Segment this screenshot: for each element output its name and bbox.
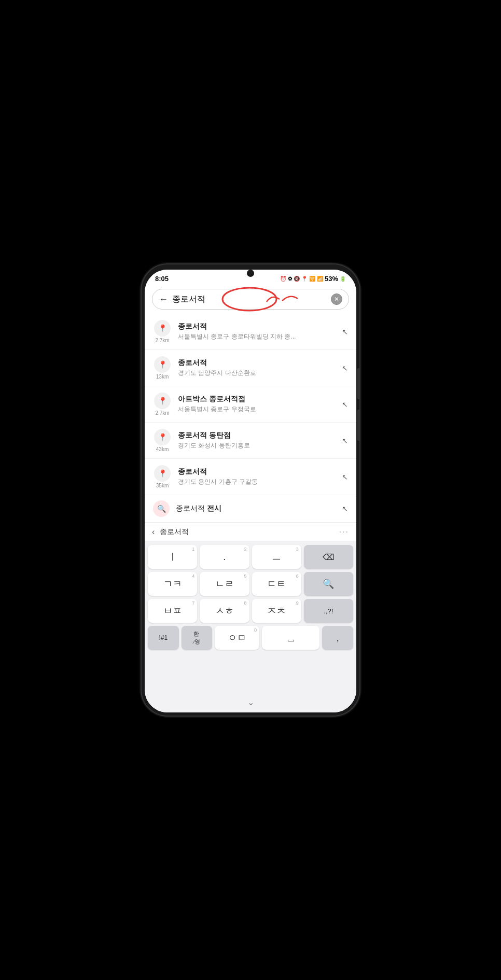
result-content: 종로서적 서울특별시 종로구 종로타워빌딩 지하 종... xyxy=(178,322,336,341)
result-distance: 2.7km xyxy=(155,410,169,416)
result-item[interactable]: 📍 2.7km 아트박스 종로서적점 서울특별시 종로구 우정국로 ↖ xyxy=(145,386,356,423)
result-item[interactable]: 📍 2.7km 종로서적 서울특별시 종로구 종로타워빌딩 지하 종... ↖ xyxy=(145,314,356,350)
search-clear-button[interactable]: ✕ xyxy=(331,293,342,305)
wifi-icon: 🛜 xyxy=(309,276,315,282)
result-arrow-icon: ↖ xyxy=(342,473,348,481)
result-name: 종로서적 xyxy=(178,467,336,477)
key-label: . xyxy=(223,552,226,563)
key-bp[interactable]: 7 ㅂㅍ xyxy=(148,599,197,623)
keyboard-more-icon[interactable]: ··· xyxy=(339,527,349,537)
key-backspace[interactable]: ⌫ xyxy=(304,545,353,569)
back-button[interactable]: ← xyxy=(159,294,168,305)
alarm-icon: ⏰ xyxy=(280,276,286,282)
key-comma[interactable]: , xyxy=(322,626,353,650)
keyboard-bottom: ⌄ xyxy=(145,694,356,712)
result-distance: 13km xyxy=(156,374,169,380)
keyboard-query-text: 종로서적 xyxy=(160,527,333,537)
pin-circle: 📍 xyxy=(154,320,171,337)
result-item[interactable]: 📍 35km 종로서적 경기도 용인시 기흥구 구갈동 ↖ xyxy=(145,459,356,495)
key-search[interactable]: 🔍 xyxy=(304,572,353,596)
key-dt[interactable]: 6 ㄷㅌ xyxy=(252,572,301,596)
result-icon: 📍 35km xyxy=(153,465,172,488)
suggestion-arrow-icon: ↖ xyxy=(342,505,348,513)
status-time: 8:05 xyxy=(155,275,169,283)
keyboard-row-1: 1 ㅣ 2 . 3 ㅡ ⌫ xyxy=(148,545,353,569)
result-arrow-icon: ↖ xyxy=(342,437,348,445)
result-arrow-icon: ↖ xyxy=(342,328,348,336)
pin-circle: 📍 xyxy=(154,393,171,409)
symbol-key-label: !#1 xyxy=(159,634,168,641)
lang-key-label: 한⁄영 xyxy=(193,630,200,646)
camera-notch xyxy=(247,270,254,277)
key-lang[interactable]: 한⁄영 xyxy=(182,626,213,650)
result-item[interactable]: 📍 43km 종로서적 동탄점 경기도 화성시 동탄기흥로 ↖ xyxy=(145,423,356,459)
key-label: ㄷㅌ xyxy=(267,578,286,590)
hide-keyboard-button[interactable]: ⌄ xyxy=(247,697,254,707)
punctuation-label: .,?! xyxy=(324,607,333,615)
key-label: ㅅㅎ xyxy=(215,605,234,617)
key-num: 2 xyxy=(244,547,246,552)
key-num: 6 xyxy=(296,573,299,579)
bluetooth-icon: ✿ xyxy=(288,276,292,282)
result-distance: 2.7km xyxy=(155,338,169,343)
key-num: 5 xyxy=(244,573,246,579)
battery-percent: 53% xyxy=(325,275,338,283)
result-distance: 43km xyxy=(156,446,169,452)
keyboard-back-icon[interactable]: ‹ xyxy=(152,527,155,537)
result-content: 종로서적 경기도 남양주시 다산순환로 xyxy=(178,358,336,377)
suggestion-text-bold: 전시 xyxy=(207,504,221,512)
space-icon: ⎵ xyxy=(288,632,294,644)
key-symbol[interactable]: !#1 xyxy=(148,626,179,650)
key-num: 8 xyxy=(244,600,246,606)
key-gk[interactable]: 4 ㄱㅋ xyxy=(148,572,197,596)
pin-circle: 📍 xyxy=(154,429,171,445)
key-sh[interactable]: 8 ㅅㅎ xyxy=(200,599,249,623)
result-name: 종로서적 동탄점 xyxy=(178,431,336,440)
key-nr[interactable]: 5 ㄴㄹ xyxy=(200,572,249,596)
result-name-bold: 동탄점 xyxy=(209,431,231,439)
key-punctuation[interactable]: .,?! xyxy=(304,599,353,623)
phone-frame: 8:05 ⏰ ✿ 🔇 📍 🛜 📶 53% 🔋 ← 종로서적 xyxy=(142,264,359,716)
key-om[interactable]: 0 ㅇㅁ xyxy=(215,626,259,650)
location-pin-icon: 📍 xyxy=(158,397,167,405)
search-bar-container: ← 종로서적 ✕ xyxy=(145,285,356,314)
result-distance: 35km xyxy=(156,483,169,488)
result-name: 아트박스 종로서적점 xyxy=(178,395,336,404)
backspace-icon: ⌫ xyxy=(323,552,335,562)
clear-icon: ✕ xyxy=(334,296,339,303)
pin-circle: 📍 xyxy=(154,356,171,373)
result-address: 경기도 용인시 기흥구 구갈동 xyxy=(178,478,336,486)
result-icon: 📍 43km xyxy=(153,429,172,452)
comma-label: , xyxy=(337,633,339,643)
keyboard-section: ‹ 종로서적 ··· 1 ㅣ 2 . 3 xyxy=(145,523,356,712)
battery-icon: 🔋 xyxy=(340,276,346,282)
result-icon: 📍 13km xyxy=(153,356,172,380)
key-eu[interactable]: 3 ㅡ xyxy=(252,545,301,569)
location-pin-icon: 📍 xyxy=(158,469,167,478)
result-arrow-icon: ↖ xyxy=(342,364,348,372)
key-label: ㅡ xyxy=(272,551,281,563)
key-label: ㅂㅍ xyxy=(163,605,182,617)
result-content: 종로서적 동탄점 경기도 화성시 동탄기흥로 xyxy=(178,431,336,450)
result-arrow-icon: ↖ xyxy=(342,400,348,409)
search-suggestion[interactable]: 🔍 종로서적 전시 ↖ xyxy=(145,495,356,523)
result-address: 서울특별시 종로구 종로타워빌딩 지하 종... xyxy=(178,332,336,341)
key-space[interactable]: ⎵ xyxy=(262,626,319,650)
keyboard-row-2: 4 ㄱㅋ 5 ㄴㄹ 6 ㄷㅌ 🔍 xyxy=(148,572,353,596)
keyboard: 1 ㅣ 2 . 3 ㅡ ⌫ xyxy=(145,541,356,694)
key-num: 9 xyxy=(296,600,299,606)
result-item[interactable]: 📍 13km 종로서적 경기도 남양주시 다산순환로 ↖ xyxy=(145,350,356,386)
key-i[interactable]: 1 ㅣ xyxy=(148,545,197,569)
key-jc[interactable]: 9 ㅈㅊ xyxy=(252,599,301,623)
result-name: 종로서적 xyxy=(178,358,336,368)
key-num: 3 xyxy=(296,547,299,552)
location-pin-icon: 📍 xyxy=(158,433,167,441)
keyboard-row-4: !#1 한⁄영 0 ㅇㅁ ⎵ , xyxy=(148,626,353,650)
status-icons: ⏰ ✿ 🔇 📍 🛜 📶 53% 🔋 xyxy=(280,275,346,283)
keyboard-header: ‹ 종로서적 ··· xyxy=(145,523,356,541)
key-num: 0 xyxy=(254,627,257,633)
search-input-text[interactable]: 종로서적 xyxy=(172,294,327,305)
location-icon: 📍 xyxy=(301,276,308,282)
key-dot[interactable]: 2 . xyxy=(200,545,249,569)
result-address: 경기도 화성시 동탄기흥로 xyxy=(178,441,336,450)
